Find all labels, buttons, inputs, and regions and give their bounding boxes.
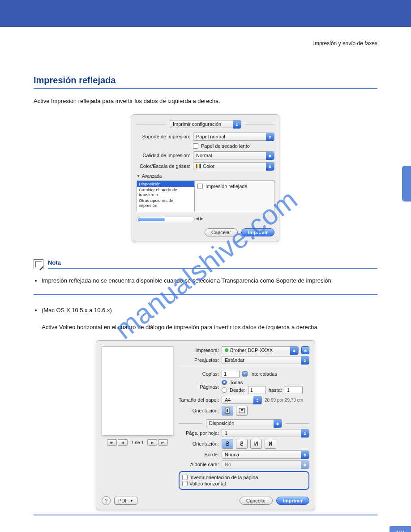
pdf-button[interactable]: PDF xyxy=(114,497,137,505)
layout-dir-4-button[interactable]: И xyxy=(265,439,276,449)
os-bullet: (Mac OS X 10.5.x a 10.6.x) xyxy=(42,306,377,315)
slow-dry-checkbox[interactable] xyxy=(193,143,198,149)
pager-first-button[interactable]: ⏮ xyxy=(107,439,117,446)
layout-dir-2-button[interactable]: Ƨ xyxy=(236,439,248,449)
border-value: Nunca xyxy=(225,452,239,457)
pager-label: 1 de 1 xyxy=(131,440,144,445)
chevron-updown-icon xyxy=(301,461,309,469)
color-bars-icon xyxy=(196,164,201,168)
printer-value: Brother DCP-XXXX xyxy=(230,348,273,353)
pps-select[interactable]: 1 xyxy=(222,429,309,437)
cancel-button[interactable]: Cancelar xyxy=(240,497,273,505)
border-label: Borde: xyxy=(179,452,219,457)
paper-select[interactable]: A4 xyxy=(222,396,262,404)
advanced-listbox[interactable]: Disposición Cambiar el modo de transfere… xyxy=(137,180,195,212)
note-body-text: Impresión reflejada no se encuentra disp… xyxy=(42,276,377,285)
list-item-selected[interactable]: Disposición xyxy=(137,181,194,187)
pages-to-input[interactable] xyxy=(285,386,303,394)
panel-select[interactable]: Imprimir configuración xyxy=(170,120,241,128)
invert-orientation-checkbox[interactable] xyxy=(182,475,188,480)
mirror-print-checkbox[interactable] xyxy=(197,184,203,189)
page-number-tab: 134 xyxy=(390,526,411,532)
slow-dry-label: Papel de secado lento xyxy=(201,143,250,149)
pager-next-button[interactable]: ▶ xyxy=(147,439,157,446)
list-item[interactable]: Otras opciones de impresión xyxy=(137,197,194,208)
printer-select[interactable]: Brother DCP-XXXX xyxy=(222,346,299,354)
print-button[interactable]: Imprimir xyxy=(241,228,274,236)
paper-value: A4 xyxy=(225,397,231,403)
pdf-button-label: PDF xyxy=(118,498,128,503)
invert-orientation-label: Invertir orientación de la página xyxy=(189,475,258,480)
portrait-icon xyxy=(225,408,230,414)
divider xyxy=(34,294,377,295)
note-icon xyxy=(34,259,43,269)
pages-to-label: hasta: xyxy=(269,387,282,393)
advanced-disclosure[interactable]: Avanzada xyxy=(137,174,274,179)
presets-select[interactable]: Estándar xyxy=(222,356,309,364)
pages-range-radio[interactable] xyxy=(222,387,227,393)
advanced-panel: Impresión reflejada xyxy=(195,180,274,212)
pager-last-button[interactable]: ⏭ xyxy=(158,439,168,446)
chevron-updown-icon xyxy=(266,163,274,171)
collated-label: Intercaladas xyxy=(250,371,277,377)
chevron-updown-icon xyxy=(233,120,241,129)
printer-label: Impresora: xyxy=(179,348,219,353)
list-item[interactable]: Cambiar el modo de transferen xyxy=(137,187,194,197)
pages-from-label: Desde: xyxy=(230,387,245,393)
quality-select[interactable]: Normal xyxy=(193,151,274,159)
highlighted-options-callout: Invertir orientación de la página Volteo… xyxy=(179,471,309,490)
pps-label: Págs. por hoja: xyxy=(179,430,219,436)
page-preview-column: ⏮ ◀ 1 de 1 ▶ ⏭ xyxy=(102,346,173,490)
copies-input[interactable] xyxy=(222,370,240,378)
advanced-label: Avanzada xyxy=(142,174,162,179)
listbox-scrollbar[interactable] xyxy=(137,217,195,222)
page-body: Impresión y envío de faxes Impresión ref… xyxy=(0,27,411,532)
printer-status-icon xyxy=(225,348,228,352)
pages-all-radio[interactable] xyxy=(222,380,227,385)
cancel-button[interactable]: Cancelar xyxy=(205,228,238,236)
note-label: Nota xyxy=(48,259,377,269)
sub-panel-value: Disposición xyxy=(209,420,234,426)
sub-panel-select[interactable]: Disposición xyxy=(206,419,282,427)
orientation-landscape-button[interactable] xyxy=(236,406,248,416)
mirror-print-label: Impresión reflejada xyxy=(206,184,248,189)
layout-orient-label: Orientación: xyxy=(179,441,219,446)
pager-prev-button[interactable]: ◀ xyxy=(118,439,128,446)
chevron-updown-icon xyxy=(301,451,309,459)
presets-label: Preajustes: xyxy=(179,357,219,363)
border-select[interactable]: Nunca xyxy=(222,450,309,459)
pages-from-input[interactable] xyxy=(248,386,266,394)
collated-checkbox[interactable] xyxy=(242,371,248,377)
landscape-icon xyxy=(239,408,245,413)
copies-label: Copias: xyxy=(179,371,219,377)
scrollbar-thumb[interactable] xyxy=(138,218,165,221)
document-header-bar xyxy=(0,0,411,27)
color-select[interactable]: Color xyxy=(193,162,274,170)
layout-n2-icon: И xyxy=(269,441,273,447)
page-preview xyxy=(102,346,173,436)
presets-value: Estándar xyxy=(225,357,244,363)
chevron-updown-icon xyxy=(301,429,309,438)
chevron-updown-icon xyxy=(253,396,261,404)
horizontal-flip-checkbox[interactable] xyxy=(182,481,188,486)
print-button[interactable]: Imprimir xyxy=(276,497,309,505)
pages-all-label: Todas xyxy=(230,380,243,385)
help-button[interactable]: ? xyxy=(102,496,111,505)
duplex-select[interactable]: No xyxy=(222,460,309,468)
media-select[interactable]: Papel normal xyxy=(193,133,274,141)
media-value: Papel normal xyxy=(196,134,225,139)
layout-s-icon: Ƨ xyxy=(240,441,244,447)
chapter-heading: Impresión y envío de faxes xyxy=(34,40,377,47)
layout-dir-3-button[interactable]: И xyxy=(250,439,262,449)
section-heading: Impresión reflejada xyxy=(34,73,377,89)
chevron-updown-icon xyxy=(266,152,274,160)
collapse-toggle-button[interactable] xyxy=(301,346,309,354)
layout-dir-1-button[interactable]: Ƨ xyxy=(222,439,233,449)
divider xyxy=(34,515,377,515)
section-intro-text: Active Impresión reflejada para invertir… xyxy=(34,97,377,105)
preview-pager: ⏮ ◀ 1 de 1 ▶ ⏭ xyxy=(102,439,173,446)
orientation-portrait-button[interactable] xyxy=(222,406,233,416)
media-label: Soporte de impresión: xyxy=(137,134,190,139)
horizontal-flip-label: Volteo horizontal xyxy=(189,481,226,486)
pps-value: 1 xyxy=(225,430,227,436)
